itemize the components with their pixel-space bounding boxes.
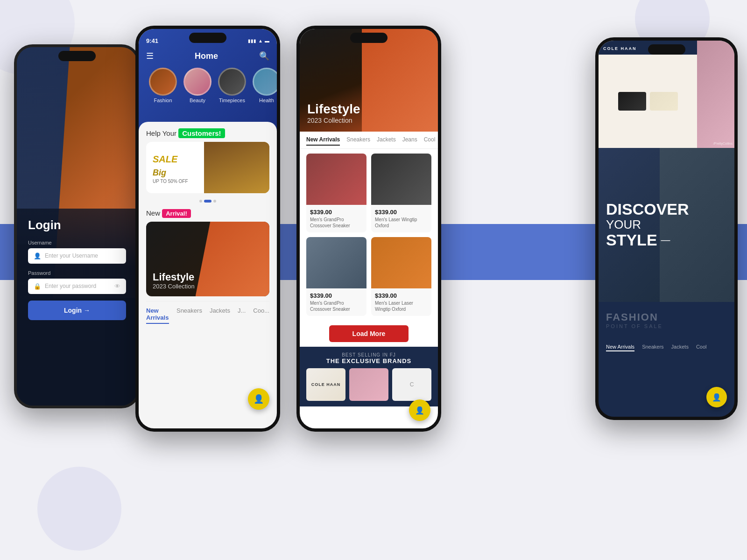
sale-image: [204, 142, 269, 193]
category-health[interactable]: Health: [253, 68, 277, 103]
load-more-button[interactable]: Load More: [329, 325, 409, 342]
brand-cole-haan[interactable]: COLE HAAN: [306, 368, 345, 401]
discover-dash: —: [661, 235, 670, 245]
dot-1[interactable]: [199, 200, 202, 203]
sale-italic: Big: [153, 168, 166, 177]
tab-sneakers[interactable]: Sneakers: [176, 307, 202, 324]
discover-text: DISCOVER YOUR STYLE —: [606, 201, 689, 249]
p4-tab-sneakers[interactable]: Sneakers: [642, 344, 663, 351]
product-card-1[interactable]: $339.00 Men's GrandPro Crossover Sneaker: [306, 154, 366, 232]
load-more-wrap: Load More: [300, 321, 438, 347]
username-input[interactable]: Enter your Username: [45, 252, 120, 259]
brand-more[interactable]: C: [392, 368, 431, 401]
lifestyle-banner[interactable]: Lifestyle 2023 Collection: [146, 222, 269, 296]
lock-icon: 🔒: [34, 283, 41, 290]
tab-jeans[interactable]: J...: [238, 307, 246, 324]
bg-decoration-bl: [37, 467, 121, 551]
product-card-3[interactable]: $339.00 Men's GrandPro Crossover Sneaker: [306, 237, 366, 316]
product-card-4[interactable]: $339.00 Men's Laser Laser Wingtip Oxford: [371, 237, 431, 316]
product-name-1: Men's GrandPro Crossover Sneaker: [310, 217, 363, 229]
sale-sub-text: UP TO 50% OFF: [153, 179, 197, 184]
shop-tab-new-arrivals[interactable]: New Arrivals: [306, 136, 340, 146]
wifi-icon: ▲: [258, 38, 263, 43]
category-fashion[interactable]: Fashion: [149, 68, 177, 103]
pos-subtitle: POINT OF SALE: [606, 323, 727, 329]
p4-tab-new-arrivals[interactable]: New Arrivals: [606, 344, 634, 351]
right-col-image: /PrettyCollins: [697, 41, 734, 148]
p4-tab-jackets[interactable]: Jackets: [671, 344, 689, 351]
brand-more-label: C: [410, 381, 414, 388]
brands-title: The Exclusive Brands: [306, 357, 431, 364]
password-input-wrap[interactable]: 🔒 Enter your password 👁: [28, 279, 126, 294]
lifestyle-subtitle: 2023 Collection: [153, 283, 195, 290]
dot-2[interactable]: [204, 200, 211, 203]
product-tabs: New Arrivals Sneakers Jackets J... Coo..…: [146, 301, 269, 328]
timepieces-avatar: [218, 68, 246, 96]
shop-hero: Lifestyle 2023 Collection: [300, 29, 438, 132]
tab-jackets[interactable]: Jackets: [210, 307, 230, 324]
phone4-fab[interactable]: 👤: [706, 387, 727, 407]
category-beauty[interactable]: Beauty: [183, 68, 211, 103]
shoe-section: COLE HAAN: [599, 41, 697, 148]
fashion-label: Fashion: [154, 98, 172, 103]
sale-banner[interactable]: SALE Big UP TO 50% OFF: [146, 142, 269, 193]
category-row: Fashion Beauty Timepieces Health: [146, 63, 269, 103]
shop-tab-jackets[interactable]: Jackets: [377, 136, 396, 146]
user-icon: 👤: [34, 252, 41, 259]
product-name-3: Men's GrandPro Crossover Sneaker: [310, 300, 363, 312]
hero-subtitle: 2023 Collection: [307, 117, 360, 124]
menu-icon[interactable]: ☰: [146, 51, 154, 61]
home-header: 9:41 ▮▮▮ ▲ ▬ ☰ Home 🔍 Fashion: [139, 29, 277, 131]
discover-line3-row: STYLE —: [606, 231, 689, 249]
products-grid: $339.00 Men's GrandPro Crossover Sneaker…: [300, 149, 438, 321]
phone3-notch: [350, 33, 388, 43]
hero-image: [362, 29, 438, 132]
shop-tab-cool[interactable]: Cool: [424, 136, 436, 146]
tab-cool[interactable]: Coo...: [253, 307, 269, 324]
timepieces-label: Timepieces: [219, 98, 245, 103]
category-timepieces[interactable]: Timepieces: [218, 68, 246, 103]
phone1-notch: [58, 51, 96, 61]
carousel-dots: [146, 200, 269, 203]
fashion-pos-section: FASHION POINT OF SALE: [599, 302, 734, 338]
hero-title: Lifestyle: [307, 102, 360, 117]
discover-line2: YOUR: [606, 218, 689, 232]
shop-tab-jeans[interactable]: Jeans: [402, 136, 417, 146]
password-input[interactable]: Enter your password: [45, 283, 114, 289]
login-button[interactable]: Login →: [28, 301, 126, 320]
product-info-1: $339.00 Men's GrandPro Crossover Sneaker: [306, 205, 366, 232]
brand-pretty[interactable]: [349, 368, 388, 401]
fab-button[interactable]: 👤: [248, 388, 269, 410]
pretty-collins-label: /PrettyCollins: [713, 142, 733, 145]
fashion-avatar: [149, 68, 177, 96]
phone3-fab[interactable]: 👤: [409, 399, 430, 421]
cole-haan-banner: COLE HAAN /PrettyCollins: [599, 41, 734, 148]
username-input-wrap[interactable]: 👤 Enter your Username: [28, 248, 126, 264]
login-heading: Login: [28, 218, 126, 232]
product-img-watch: [371, 154, 431, 205]
health-label: Health: [259, 98, 274, 103]
dot-3[interactable]: [213, 200, 216, 203]
phone4-notch: [648, 44, 685, 55]
p4-tab-cool[interactable]: Cool: [696, 344, 707, 351]
phone2-notch: [189, 33, 226, 43]
discover-section: DISCOVER YOUR STYLE —: [599, 148, 734, 302]
product-info-3: $339.00 Men's GrandPro Crossover Sneaker: [306, 288, 366, 316]
product-img-hoodie: [306, 154, 366, 205]
phone2-home: 9:41 ▮▮▮ ▲ ▬ ☰ Home 🔍 Fashion: [135, 26, 280, 432]
lifestyle-image: [196, 222, 269, 296]
password-label: Password: [28, 270, 126, 276]
product-info-4: $339.00 Men's Laser Laser Wingtip Oxford: [371, 288, 431, 316]
phone3-shop: Lifestyle 2023 Collection New Arrivals S…: [296, 26, 441, 432]
beauty-avatar: [183, 68, 211, 96]
tab-new-arrivals[interactable]: New Arrivals: [146, 307, 169, 324]
fab-icon: 👤: [254, 394, 264, 404]
cole-haan-label: COLE HAAN: [311, 382, 341, 387]
product-card-2[interactable]: $339.00 Men's Laser Wingtip Oxford: [371, 154, 431, 232]
shop-tab-sneakers[interactable]: Sneakers: [346, 136, 370, 146]
shoes-display: [599, 55, 697, 148]
signal-icon: ▮▮▮: [248, 38, 256, 43]
search-icon[interactable]: 🔍: [259, 51, 269, 61]
discover-line1: DISCOVER: [606, 201, 689, 218]
sale-big-text: SALE Big: [153, 152, 197, 178]
